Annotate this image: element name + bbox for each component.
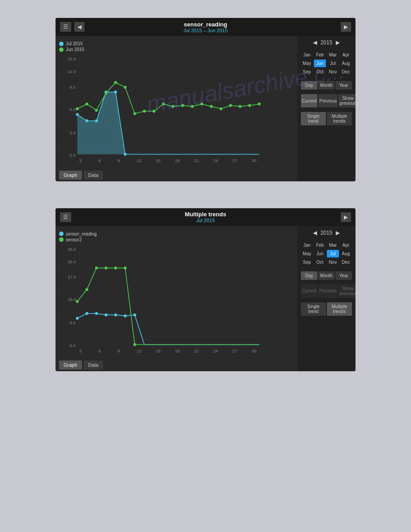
chart1-legend-label-1: Jul 2015: [66, 41, 83, 46]
chart2-tabs: Graph Data: [56, 359, 297, 371]
chart1-body: Jul 2015 Jun 2015 0.0 3.0: [56, 36, 355, 181]
chart1-nav-left-button[interactable]: ◀: [74, 22, 85, 32]
chart2-month-jun[interactable]: Jun: [314, 250, 326, 257]
svg-point-69: [86, 288, 88, 291]
chart2-period-month[interactable]: Month: [318, 271, 335, 280]
chart2-month-grid: Jan Feb Mar Apr May Jun Jul Aug Sep Oct …: [301, 241, 352, 266]
chart1-time-previous[interactable]: Previous: [318, 94, 338, 107]
chart1-month-jul[interactable]: Jul: [327, 60, 339, 67]
svg-point-19: [86, 119, 88, 122]
chart2-data-tab[interactable]: Data: [84, 360, 103, 369]
chart1-time-btns: Current Previous Show previous: [301, 94, 352, 107]
chart1-multiple-trends[interactable]: Multiple trends: [327, 112, 352, 125]
chart1-month-sep[interactable]: Sep: [301, 68, 313, 76]
chart1-month-may[interactable]: May: [301, 60, 313, 67]
chart1-year-next[interactable]: ▶: [336, 39, 340, 46]
svg-text:3.0: 3.0: [70, 130, 76, 135]
svg-point-22: [114, 90, 117, 93]
svg-point-67: [133, 313, 136, 316]
svg-text:36.0: 36.0: [68, 259, 76, 264]
chart1-time-current[interactable]: Current: [301, 94, 317, 107]
svg-text:21: 21: [194, 348, 199, 353]
chart2-period-day[interactable]: Day: [301, 271, 317, 280]
svg-text:9: 9: [117, 158, 120, 163]
chart1-graph-tab[interactable]: Graph: [59, 171, 82, 180]
chart2-month-may[interactable]: May: [301, 250, 313, 257]
svg-text:30: 30: [252, 348, 257, 353]
svg-point-70: [95, 266, 98, 269]
svg-point-42: [248, 104, 251, 107]
chart1-year: 2015: [321, 39, 333, 46]
chart2-month-sep[interactable]: Sep: [301, 258, 313, 266]
chart2-single-trend[interactable]: Single trend: [301, 302, 326, 316]
chart2-time-show-previous: Show previous: [338, 284, 355, 298]
chart1-period-day[interactable]: Day: [301, 81, 317, 90]
svg-text:0.0: 0.0: [70, 153, 76, 158]
svg-text:12: 12: [137, 158, 141, 163]
svg-point-32: [153, 110, 155, 112]
svg-point-30: [133, 112, 136, 115]
chart2-trend-btns: Single trend Multiple trends: [301, 302, 352, 316]
svg-text:0.0: 0.0: [70, 343, 76, 348]
chart1-month-aug[interactable]: Aug: [340, 60, 352, 67]
chart2-controls: ◀ 2015 ▶ Jan Feb Mar Apr May Jun Jul Aug…: [297, 226, 355, 372]
chart2-menu-button[interactable]: ☰: [60, 212, 71, 222]
svg-point-64: [105, 313, 107, 316]
svg-point-73: [124, 266, 126, 269]
chart1-month-oct[interactable]: Oct: [314, 68, 326, 76]
svg-point-72: [114, 266, 117, 269]
chart2-year-prev[interactable]: ◀: [313, 230, 317, 236]
chart2-svg: 0.0 9.0 18.0 27.0 36.0 45.0 3 6 9 12 15 …: [56, 244, 297, 359]
chart1-data-tab[interactable]: Data: [84, 171, 103, 180]
svg-text:18.0: 18.0: [68, 297, 76, 302]
chart2-month-jan[interactable]: Jan: [301, 241, 313, 249]
chart2-month-nov[interactable]: Nov: [327, 258, 339, 266]
chart2-month-feb[interactable]: Feb: [314, 241, 326, 249]
svg-text:21: 21: [194, 158, 199, 163]
chart1-year-prev[interactable]: ◀: [313, 39, 317, 46]
svg-point-26: [95, 109, 98, 112]
chart1-month-dec[interactable]: Dec: [340, 68, 352, 76]
svg-text:27: 27: [232, 348, 237, 353]
chart1-month-nov[interactable]: Nov: [327, 68, 339, 76]
svg-text:45.0: 45.0: [68, 247, 76, 252]
svg-point-40: [229, 104, 232, 107]
chart2-year-next[interactable]: ▶: [336, 230, 340, 236]
chart2-month-oct[interactable]: Oct: [314, 258, 326, 266]
svg-text:18: 18: [175, 348, 180, 353]
chart1-svg: 0.0 3.0 6.0 9.0 12.0 15.0 3 6 9 12 15 18…: [56, 54, 297, 169]
chart2-graph-tab[interactable]: Graph: [59, 360, 82, 369]
chart1-single-trend[interactable]: Single trend: [301, 112, 326, 125]
chart1-month-apr[interactable]: Apr: [340, 51, 352, 59]
chart1-month-feb[interactable]: Feb: [314, 51, 326, 59]
chart2-legend-dot-1: [59, 232, 64, 236]
chart1-menu-button[interactable]: ☰: [60, 22, 71, 32]
chart1-period-year[interactable]: Year: [335, 81, 352, 90]
chart2-multiple-trends[interactable]: Multiple trends: [327, 302, 352, 316]
svg-point-74: [133, 343, 136, 346]
chart2-month-aug[interactable]: Aug: [340, 250, 352, 257]
svg-rect-44: [59, 249, 294, 344]
svg-point-31: [143, 110, 146, 112]
chart2-nav-right-button[interactable]: ▶: [341, 212, 351, 222]
chart2-month-apr[interactable]: Apr: [340, 241, 352, 249]
svg-text:27: 27: [232, 158, 237, 163]
chart1-legend-dot-2: [59, 47, 64, 52]
chart1-month-mar[interactable]: Mar: [327, 51, 339, 59]
svg-point-28: [114, 81, 117, 84]
chart1-month-grid: Jan Feb Mar Apr May Jun Jul Aug Sep Oct …: [301, 51, 352, 76]
chart1-legend-label-2: Jun 2015: [66, 47, 84, 52]
chart2-month-jul[interactable]: Jul: [327, 250, 339, 257]
chart1-nav-right-button[interactable]: ▶: [341, 22, 351, 32]
chart2-time-previous: Previous: [318, 284, 338, 298]
chart2-month-mar[interactable]: Mar: [327, 241, 339, 249]
chart1-month-jun[interactable]: Jun: [314, 60, 326, 67]
chart1-period-month[interactable]: Month: [318, 81, 335, 90]
chart2-legend-label-2: sensor2: [66, 237, 82, 242]
chart2-legend-label-1: sensor_reading: [66, 232, 97, 236]
chart2-period-year[interactable]: Year: [335, 271, 352, 280]
chart1-month-jan[interactable]: Jan: [301, 51, 313, 59]
chart2-legend-item-1: sensor_reading: [59, 232, 294, 236]
chart2-month-dec[interactable]: Dec: [340, 258, 352, 266]
chart1-time-show-previous[interactable]: Show previous: [338, 94, 355, 107]
